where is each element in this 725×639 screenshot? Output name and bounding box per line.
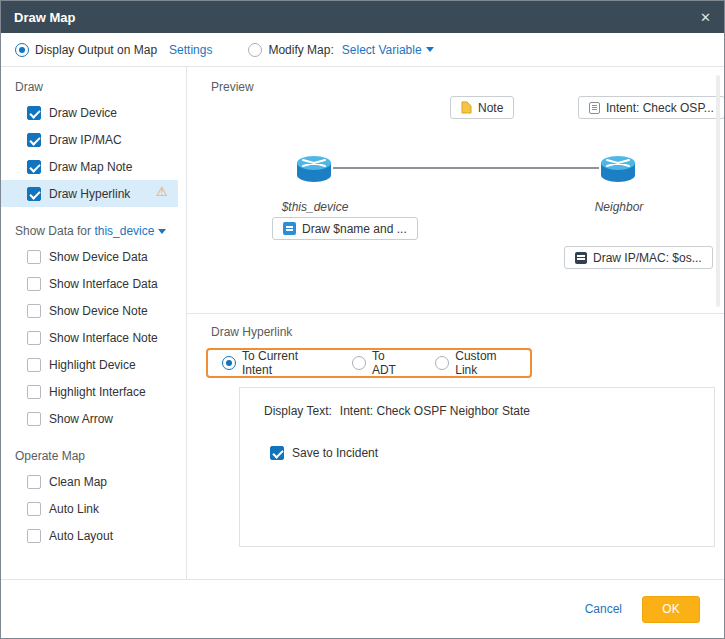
settings-link[interactable]: Settings: [169, 43, 212, 57]
display-text-row: Display Text: Intent: Check OSPF Neighbo…: [264, 404, 530, 418]
checkbox-label: Show Interface Note: [49, 331, 158, 345]
checkbox-label: Draw Hyperlink: [49, 187, 130, 201]
draw-name-button-label: Draw $name and ...: [302, 222, 407, 236]
radio-button[interactable]: [435, 356, 449, 370]
modify-map-label: Modify Map:: [268, 43, 333, 57]
intent-button[interactable]: Intent: Check OSP...: [578, 96, 725, 119]
checkbox-row-draw-device[interactable]: Draw Device: [1, 99, 186, 126]
neighbor-node-label: Neighbor: [583, 200, 655, 214]
checkbox[interactable]: [27, 160, 41, 174]
show-data-prefix: Show Data for: [15, 224, 91, 238]
checkbox-label: Draw IP/MAC: [49, 133, 122, 147]
draw-ipmac-button-label: Draw IP/MAC: $os...: [593, 251, 702, 265]
checkbox-row-show-device-note[interactable]: Show Device Note: [1, 297, 186, 324]
checkbox[interactable]: [27, 475, 41, 489]
router-icon-neighbor[interactable]: [597, 151, 639, 185]
show-data-heading: Show Data for this_device: [1, 219, 186, 243]
radio-to-current-intent[interactable]: To Current Intent: [222, 349, 324, 377]
intent-icon: [589, 102, 600, 114]
checkbox[interactable]: [27, 304, 41, 318]
map-note-icon: [283, 222, 296, 235]
note-button-label: Note: [478, 101, 503, 115]
checkbox[interactable]: [27, 250, 41, 264]
checkbox-label: Clean Map: [49, 475, 107, 489]
intent-button-label: Intent: Check OSP...: [606, 101, 714, 115]
checkbox-row-draw-hyperlink[interactable]: Draw Hyperlink ⚠: [1, 180, 178, 207]
draw-map-dialog: Draw Map ✕ Display Output on Map Setting…: [0, 0, 725, 639]
checkbox-label: Draw Map Note: [49, 160, 132, 174]
modify-map-radio[interactable]: [248, 43, 262, 57]
checkbox-row-show-device-data[interactable]: Show Device Data: [1, 243, 186, 270]
radio-button[interactable]: [222, 356, 236, 370]
checkbox-row-clean-map[interactable]: Clean Map: [1, 468, 186, 495]
title-bar: Draw Map ✕: [1, 1, 724, 33]
note-icon: [461, 101, 472, 114]
select-variable-link[interactable]: Select Variable: [342, 43, 422, 57]
checkbox[interactable]: [27, 187, 41, 201]
checkbox-label: Show Arrow: [49, 412, 113, 426]
router-icon-this-device[interactable]: [293, 151, 335, 185]
checkbox[interactable]: [27, 331, 41, 345]
checkbox[interactable]: [27, 133, 41, 147]
radio-custom-link[interactable]: Custom Link: [435, 349, 516, 377]
operate-map-heading: Operate Map: [1, 444, 186, 468]
warning-icon: ⚠: [156, 185, 168, 198]
mode-bar: Display Output on Map Settings Modify Ma…: [1, 33, 724, 67]
display-text-label: Display Text:: [264, 404, 332, 418]
save-to-incident-label: Save to Incident: [292, 446, 378, 460]
radio-to-adt[interactable]: To ADT: [352, 349, 407, 377]
radio-label: To ADT: [372, 349, 407, 377]
draw-ipmac-button[interactable]: Draw IP/MAC: $os...: [564, 246, 713, 269]
this-device-node-label: $this_device: [273, 200, 357, 214]
save-to-incident-row[interactable]: Save to Incident: [270, 446, 378, 460]
checkbox[interactable]: [27, 358, 41, 372]
draw-name-button[interactable]: Draw $name and ...: [272, 217, 418, 240]
checkbox-label: Highlight Device: [49, 358, 136, 372]
display-output-radio[interactable]: [15, 43, 29, 57]
checkbox-row-show-arrow[interactable]: Show Arrow: [1, 405, 186, 432]
checkbox-label: Show Device Data: [49, 250, 148, 264]
radio-button[interactable]: [352, 356, 366, 370]
checkbox-row-show-interface-data[interactable]: Show Interface Data: [1, 270, 186, 297]
cancel-button[interactable]: Cancel: [585, 602, 622, 616]
draw-heading: Draw: [1, 75, 186, 99]
checkbox-row-highlight-device[interactable]: Highlight Device: [1, 351, 186, 378]
radio-label: Custom Link: [455, 349, 516, 377]
chevron-down-icon: [426, 47, 434, 52]
checkbox[interactable]: [27, 529, 41, 543]
display-output-label: Display Output on Map: [35, 43, 157, 57]
display-text-value: Intent: Check OSPF Neighbor State: [340, 404, 530, 418]
checkbox[interactable]: [27, 106, 41, 120]
hyperlink-detail-panel: Display Text: Intent: Check OSPF Neighbo…: [239, 387, 715, 547]
checkbox-label: Draw Device: [49, 106, 117, 120]
ok-button[interactable]: OK: [642, 596, 700, 623]
checkbox-row-draw-map-note[interactable]: Draw Map Note: [1, 153, 186, 180]
this-device-dropdown[interactable]: this_device: [94, 224, 154, 238]
checkbox[interactable]: [27, 502, 41, 516]
checkbox[interactable]: [27, 277, 41, 291]
checkbox-label: Highlight Interface: [49, 385, 146, 399]
map-link-line: [333, 167, 599, 169]
checkbox-row-show-interface-note[interactable]: Show Interface Note: [1, 324, 186, 351]
dialog-title: Draw Map: [14, 10, 75, 25]
checkbox-row-auto-link[interactable]: Auto Link: [1, 495, 186, 522]
checkbox[interactable]: [27, 385, 41, 399]
checkbox[interactable]: [27, 412, 41, 426]
radio-label: To Current Intent: [242, 349, 324, 377]
checkbox-row-draw-ipmac[interactable]: Draw IP/MAC: [1, 126, 186, 153]
checkbox-row-highlight-interface[interactable]: Highlight Interface: [1, 378, 186, 405]
chevron-down-icon: [158, 229, 166, 234]
section-divider: [187, 313, 724, 314]
close-icon[interactable]: ✕: [700, 10, 711, 25]
dialog-footer: Cancel OK: [1, 579, 724, 638]
checkbox-label: Show Interface Data: [49, 277, 158, 291]
main-area: Preview Note Intent: Check OSP...: [187, 67, 724, 579]
draw-options-panel: Draw Draw Device Draw IP/MAC Draw Map No…: [1, 67, 187, 579]
checkbox[interactable]: [270, 446, 284, 460]
ipmac-table-icon: [575, 252, 587, 264]
checkbox-label: Auto Link: [49, 502, 99, 516]
checkbox-row-auto-layout[interactable]: Auto Layout: [1, 522, 186, 549]
preview-scrollbar[interactable]: [716, 75, 720, 307]
hyperlink-type-group: To Current Intent To ADT Custom Link: [206, 348, 532, 378]
note-button[interactable]: Note: [450, 96, 514, 119]
